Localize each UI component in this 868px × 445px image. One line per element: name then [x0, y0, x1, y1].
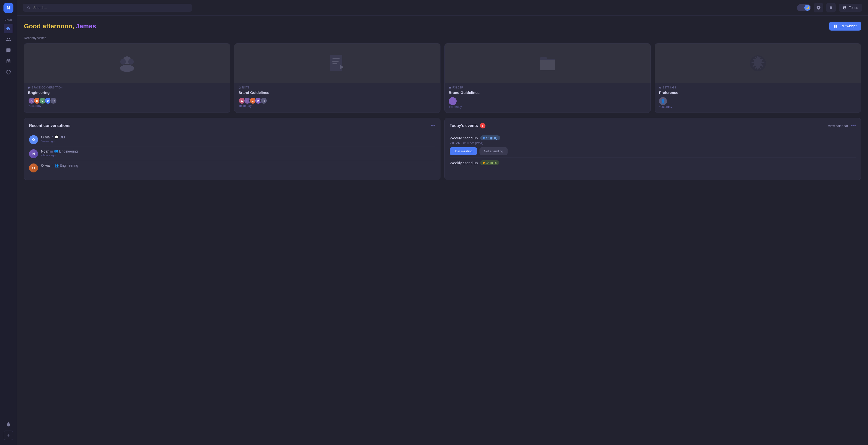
content-area: Good afternoon, James Edit widget Recent…: [17, 15, 868, 445]
sidebar-item-team[interactable]: [4, 35, 13, 44]
todays-events-panel: Today's events 8 View calendar ••• Weekl…: [444, 118, 861, 180]
conversation-item-olivia-dm[interactable]: O Olivia in 💬 DM 5 mins ago: [29, 133, 435, 147]
main-area: 🌙 Focus Good afternoon, James Edit widge: [17, 0, 868, 445]
events-menu-button[interactable]: •••: [851, 123, 856, 128]
recent-card-brand-guidelines-folder[interactable]: FOLDER Brand Guidelines J Yesterday: [444, 43, 651, 113]
svg-rect-6: [332, 61, 339, 62]
card-type-badge-folder: FOLDER: [449, 86, 647, 89]
conv-info-noah: Noah in 👥 Engineering 4 hours ago: [41, 149, 435, 157]
card-type-badge-settings: SETTINGS: [659, 86, 857, 89]
theme-toggle-knob: 🌙: [804, 5, 810, 11]
recently-visited-grid: SPACE CONVERSATION Engineering A B C D +…: [24, 43, 861, 113]
card-avatars-settings: 👤: [659, 97, 857, 105]
focus-button[interactable]: Focus: [839, 4, 862, 12]
event-name-standup2: Weekly Stand up: [450, 161, 478, 165]
greeting-text: Good afternoon,: [24, 22, 74, 30]
user-status-button[interactable]: [814, 3, 823, 12]
card-avatars-note: E F G H +6: [238, 97, 436, 104]
conversation-item-olivia-eng[interactable]: O Olivia in 👥 Engineering: [29, 161, 435, 175]
card-type-badge-engineering: SPACE CONVERSATION: [28, 86, 226, 89]
status-dot: [483, 137, 485, 139]
event-item-standup-upcoming: Weekly Stand up 14 mins: [450, 158, 856, 169]
status-dot-upcoming: [483, 162, 485, 164]
card-title-note: Brand Guidelines: [238, 90, 436, 95]
sidebar-item-favorites[interactable]: [4, 68, 13, 77]
card-title-folder: Brand Guidelines: [449, 90, 647, 95]
recent-card-brand-guidelines-note[interactable]: NOTE Brand Guidelines E F G H +6 Yesterd…: [234, 43, 440, 113]
event-row-standup2: Weekly Stand up 14 mins: [450, 160, 856, 165]
conv-time-olivia: 5 mins ago: [41, 140, 435, 142]
event-status-14mins: 14 mins: [480, 160, 499, 165]
event-item-standup-ongoing: Weekly Stand up Ongoing 7:00 AM - 8:00 A…: [450, 133, 856, 158]
card-thumb-note: [235, 43, 440, 83]
app-logo[interactable]: N: [3, 3, 13, 13]
card-thumb-engineering: [24, 43, 230, 83]
search-bar[interactable]: [23, 4, 192, 12]
conversation-item-noah[interactable]: N Noah in 👥 Engineering 4 hours ago: [29, 147, 435, 161]
focus-label: Focus: [848, 6, 858, 10]
conv-avatar-olivia: O: [29, 135, 38, 144]
events-panel-header: Today's events 8 View calendar •••: [450, 123, 856, 128]
svg-rect-9: [540, 60, 555, 70]
sidebar-item-calendar[interactable]: [4, 57, 13, 66]
greeting-name-value: James: [76, 22, 96, 30]
event-status-label2: 14 mins: [486, 161, 497, 164]
card-thumb-folder: [445, 43, 651, 83]
card-body-folder: FOLDER Brand Guidelines J Yesterday: [445, 83, 651, 113]
card-body-engineering: SPACE CONVERSATION Engineering A B C D +…: [24, 83, 230, 112]
conv-name-olivia2: Olivia in 👥 Engineering: [41, 163, 435, 167]
conv-info-olivia2: Olivia in 👥 Engineering: [41, 163, 435, 167]
events-panel-right: View calendar •••: [828, 123, 856, 128]
svg-rect-7: [332, 63, 337, 64]
conversations-menu-button[interactable]: •••: [431, 123, 435, 128]
svg-point-3: [128, 59, 134, 64]
card-time-settings: Yesterday: [659, 105, 857, 108]
header-actions: 🌙 Focus: [797, 3, 862, 12]
conversations-panel-header: Recent conversations •••: [29, 123, 435, 128]
conv-avatar-noah: N: [29, 149, 38, 158]
event-row-standup: Weekly Stand up Ongoing: [450, 135, 856, 140]
recent-conversations-panel: Recent conversations ••• O Olivia in 💬 D…: [24, 118, 440, 180]
card-time-folder: Yesterday: [449, 105, 647, 108]
card-time-engineering: Yesterday: [28, 104, 226, 107]
sidebar-item-home[interactable]: [4, 24, 13, 33]
events-panel-title: Today's events 8: [450, 123, 486, 128]
edit-widget-label: Edit widget: [840, 24, 857, 28]
conv-name-olivia: Olivia in 💬 DM: [41, 135, 435, 139]
conv-name-noah: Noah in 👥 Engineering: [41, 149, 435, 153]
search-input[interactable]: [33, 6, 188, 10]
menu-label: MENU: [4, 19, 12, 21]
event-status-ongoing: Ongoing: [480, 135, 500, 140]
header: 🌙 Focus: [17, 0, 868, 15]
conv-time-noah: 4 hours ago: [41, 154, 435, 157]
event-actions-standup: Join meeting Not attending: [450, 147, 856, 155]
join-meeting-button[interactable]: Join meeting: [450, 147, 477, 155]
event-status-label: Ongoing: [486, 136, 497, 140]
edit-widget-button[interactable]: Edit widget: [829, 22, 861, 31]
recently-visited-label: Recently visited: [24, 36, 861, 40]
page-header: Good afternoon, James Edit widget: [24, 22, 861, 31]
edit-widget-icon: [834, 24, 838, 28]
search-icon: [27, 6, 31, 10]
conversations-panel-title: Recent conversations: [29, 124, 70, 128]
view-calendar-link[interactable]: View calendar: [828, 124, 848, 128]
sidebar-item-notifications[interactable]: [4, 420, 13, 429]
card-thumb-settings: [655, 43, 861, 83]
bottom-panels: Recent conversations ••• O Olivia in 💬 D…: [24, 118, 861, 180]
card-avatars-folder: J: [449, 97, 647, 105]
events-badge-count: 8: [480, 123, 486, 128]
sidebar-add-button[interactable]: +: [4, 431, 13, 440]
theme-toggle[interactable]: 🌙: [797, 4, 811, 11]
card-body-settings: SETTINGS Preference 👤 Yesterday: [655, 83, 861, 113]
recent-card-engineering[interactable]: SPACE CONVERSATION Engineering A B C D +…: [24, 43, 230, 113]
card-body-note: NOTE Brand Guidelines E F G H +6 Yesterd…: [235, 83, 440, 112]
sidebar-item-chat[interactable]: [4, 46, 13, 55]
not-attending-button[interactable]: Not attending: [479, 147, 507, 155]
svg-point-2: [120, 59, 126, 64]
card-title-settings: Preference: [659, 90, 857, 95]
notifications-button[interactable]: [826, 3, 836, 12]
recent-card-preference[interactable]: SETTINGS Preference 👤 Yesterday: [655, 43, 861, 113]
card-time-note: Yesterday: [238, 104, 436, 107]
card-title-engineering: Engineering: [28, 90, 226, 95]
conv-info-olivia: Olivia in 💬 DM 5 mins ago: [41, 135, 435, 142]
